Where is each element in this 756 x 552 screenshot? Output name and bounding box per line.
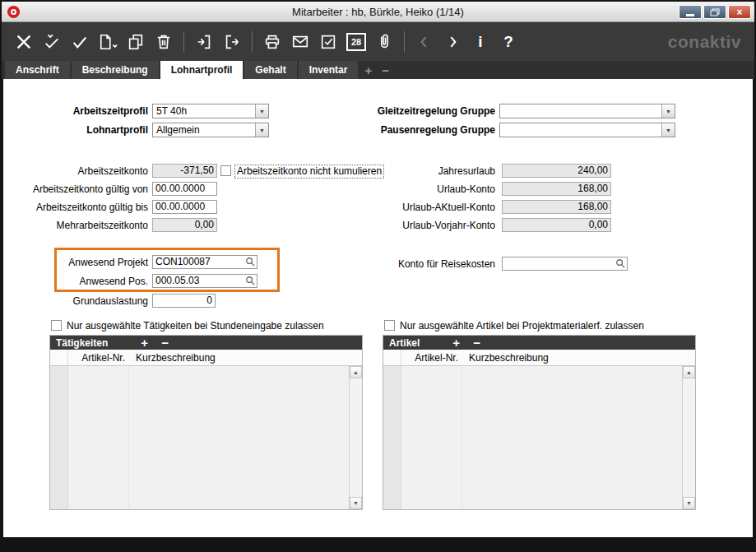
mehrarbeitszeitkonto-label: Mehrarbeitszeitkonto	[3, 219, 148, 233]
table-column-kurzbeschreibung	[462, 366, 682, 509]
artikel-table: Artikel + − Artikel-Nr. Kurzbeschreibung…	[383, 335, 696, 510]
next-record-icon[interactable]	[442, 30, 463, 54]
arbeitszeitkonto-label: Arbeitszeitkonto	[3, 165, 148, 179]
anwesend-projekt-label: Anwesend Projekt	[3, 256, 148, 270]
previous-record-icon[interactable]	[414, 30, 435, 54]
arbeitszeitprofil-label: Arbeitszeitprofil	[3, 104, 148, 118]
nur-taetigkeiten-checkbox[interactable]	[51, 320, 62, 331]
reisekosten-konto-label: Konto für Reisekosten	[316, 257, 495, 271]
urlaub-vorjahr-konto-label: Urlaub-Vorjahr-Konto	[316, 219, 495, 233]
brand-logo: conaktiv	[668, 32, 741, 52]
table-column-artikel-nr	[68, 366, 129, 509]
attachment-icon[interactable]	[373, 30, 395, 54]
minimize-button[interactable]	[679, 5, 702, 19]
column-header-kurzbeschreibung[interactable]: Kurzbeschreibung	[129, 352, 362, 364]
scroll-up-icon[interactable]: ▲	[683, 366, 695, 378]
nur-taetigkeiten-label: Nur ausgewählte Tätigkeiten bei Stundene…	[67, 320, 324, 332]
artikel-table-body: ▲ ▼	[383, 366, 695, 509]
duplicate-icon[interactable]	[125, 30, 146, 54]
remove-tab-icon[interactable]: −	[377, 61, 394, 79]
chevron-down-icon: ▼	[255, 123, 268, 137]
grundauslastung-field[interactable]: 0	[152, 294, 216, 308]
taetigkeiten-table: Tätigkeiten + − Artikel-Nr. Kurzbeschrei…	[49, 335, 363, 510]
tab-inventar[interactable]: Inventar	[299, 61, 359, 79]
urlaub-aktuell-konto-label: Urlaub-AKtuell-Konto	[316, 201, 495, 215]
jahresurlaub-field: 240,00	[502, 164, 611, 178]
remove-row-icon[interactable]: −	[161, 336, 169, 349]
taetigkeiten-table-title: Tätigkeiten	[56, 337, 108, 349]
column-header-kurzbeschreibung[interactable]: Kurzbeschreibung	[462, 352, 695, 364]
tab-lohnartprofil[interactable]: Lohnartprofil	[160, 61, 243, 79]
maximize-icon	[710, 8, 720, 16]
toolbar-separator	[183, 31, 184, 53]
reisekosten-konto-field[interactable]	[502, 257, 628, 271]
taetigkeiten-column-headers: Artikel-Nr. Kurzbeschreibung	[50, 350, 362, 366]
app-window: Mitarbeiter : hb, Bürkle, Heiko (1/14) ×	[0, 0, 756, 552]
calendar-icon[interactable]: 28	[346, 30, 367, 54]
arbeitszeitprofil-select[interactable]: 5T 40h ▼	[152, 104, 269, 118]
email-icon[interactable]	[290, 30, 311, 54]
table-column-kurzbeschreibung	[129, 366, 349, 509]
delete-icon[interactable]	[153, 30, 174, 54]
import-icon[interactable]	[193, 30, 215, 54]
new-record-icon[interactable]	[97, 30, 118, 54]
tab-anschrift[interactable]: Anschrift	[5, 61, 70, 79]
artikel-column-headers: Artikel-Nr. Kurzbeschreibung	[383, 350, 695, 366]
confirm-icon[interactable]	[69, 30, 90, 54]
lohnartprofil-select[interactable]: Allgemein ▼	[152, 123, 269, 137]
print-icon[interactable]	[262, 30, 283, 54]
add-row-icon[interactable]: +	[452, 336, 460, 349]
close-record-icon[interactable]	[13, 30, 35, 54]
close-icon: ×	[736, 7, 742, 17]
search-icon[interactable]	[245, 257, 256, 267]
arbeitszeitkonto-field: -371,50	[152, 164, 217, 178]
tab-beschreibung[interactable]: Beschreibung	[72, 61, 159, 79]
scrollbar[interactable]: ▲ ▼	[349, 366, 362, 509]
table-gutter	[383, 366, 401, 509]
toolbar-separator	[252, 31, 253, 53]
nicht-kumulieren-checkbox[interactable]	[220, 165, 231, 176]
search-icon[interactable]	[615, 258, 626, 269]
anwesend-pos-field[interactable]: 000.05.03	[152, 274, 257, 288]
help-icon[interactable]: ?	[498, 30, 519, 54]
taetigkeiten-table-header: Tätigkeiten + −	[50, 336, 362, 350]
gleitzeit-gruppe-select[interactable]: ▼	[499, 104, 675, 118]
scroll-down-icon[interactable]: ▼	[683, 497, 695, 509]
gueltig-von-field[interactable]: 00.00.0000	[152, 182, 217, 196]
info-icon[interactable]: i	[470, 30, 491, 54]
urlaub-konto-field: 168,00	[502, 182, 611, 196]
nur-artikel-checkbox[interactable]	[384, 320, 395, 331]
tab-gehalt[interactable]: Gehalt	[244, 61, 296, 79]
gueltig-bis-label: Arbeitszeitkonto gültig bis	[3, 201, 148, 215]
minimize-icon	[686, 14, 694, 16]
pausen-gruppe-select[interactable]: ▼	[499, 123, 675, 137]
column-header-artikel-nr[interactable]: Artikel-Nr.	[401, 352, 462, 364]
scrollbar[interactable]: ▲ ▼	[682, 366, 695, 509]
add-row-icon[interactable]: +	[141, 336, 148, 349]
lohnartprofil-panel: Arbeitszeitprofil 5T 40h ▼ Gleitzeitrege…	[3, 79, 753, 537]
maximize-button[interactable]	[703, 5, 726, 19]
scroll-down-icon[interactable]: ▼	[350, 497, 362, 509]
column-header-artikel-nr[interactable]: Artikel-Nr.	[68, 352, 129, 364]
gueltig-von-label: Arbeitszeitkonto gültig von	[3, 183, 148, 197]
row-selector-column	[50, 350, 68, 365]
confirm-continue-icon[interactable]	[41, 30, 63, 54]
table-column-artikel-nr	[401, 366, 462, 509]
pausen-gruppe-label: Pausenregelung Gruppe	[316, 123, 495, 137]
artikel-table-header: Artikel + −	[383, 336, 695, 350]
remove-row-icon[interactable]: −	[473, 336, 480, 349]
app-logo-icon[interactable]	[7, 6, 20, 18]
gueltig-bis-field[interactable]: 00.00.0000	[152, 200, 217, 214]
table-gutter	[50, 366, 68, 509]
chevron-down-icon: ▼	[255, 104, 268, 118]
scroll-up-icon[interactable]: ▲	[350, 366, 362, 378]
export-icon[interactable]	[221, 30, 243, 54]
row-selector-column	[383, 350, 401, 365]
search-icon[interactable]	[245, 276, 256, 286]
toolbar: 28 i ? conaktiv	[2, 22, 754, 61]
anwesend-projekt-field[interactable]: CON100087	[152, 255, 257, 269]
close-button[interactable]: ×	[728, 5, 751, 19]
tasks-icon[interactable]	[318, 30, 339, 54]
add-tab-icon[interactable]: +	[359, 61, 377, 79]
urlaub-konto-label: Urlaub-Konto	[316, 183, 495, 197]
